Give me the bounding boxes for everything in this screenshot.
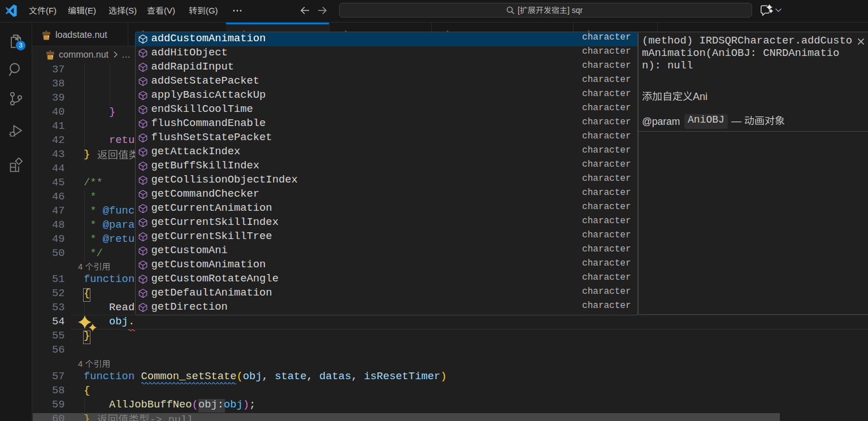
svg-text:(F): (F) bbox=[46, 6, 57, 16]
svg-text:Ani: Ani bbox=[693, 91, 708, 102]
svg-text:4: 4 bbox=[78, 359, 83, 368]
svg-text:—: — bbox=[731, 115, 741, 126]
svg-text:4: 4 bbox=[78, 262, 83, 271]
svg-text:(V): (V) bbox=[164, 6, 175, 16]
svg-text:] sqr: ] sqr bbox=[567, 6, 583, 15]
svg-text:(G): (G) bbox=[206, 6, 218, 16]
svg-text:(E): (E) bbox=[85, 6, 96, 16]
svg-text:(S): (S) bbox=[125, 6, 137, 16]
svg-text:[: [ bbox=[518, 6, 520, 15]
